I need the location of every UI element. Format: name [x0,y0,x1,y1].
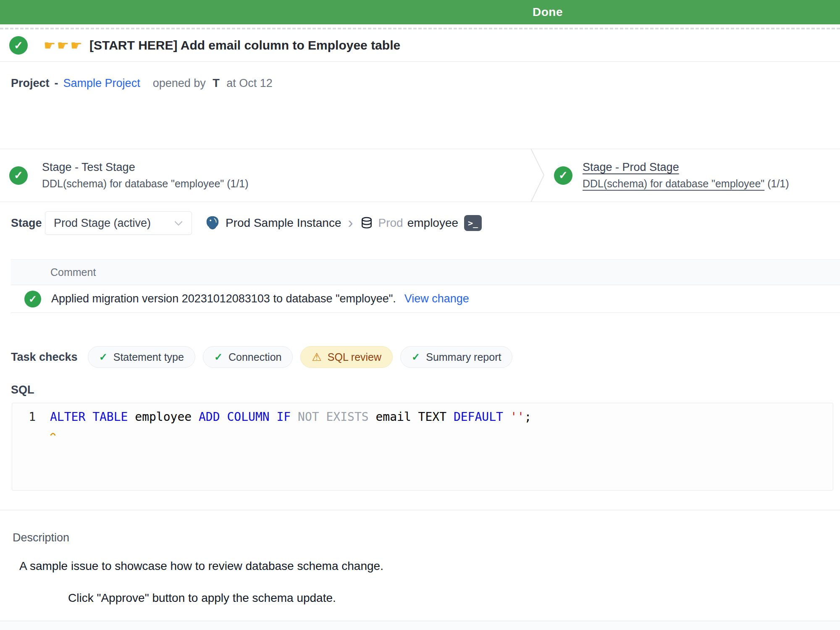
comment-row: ✓ Applied migration version 202310120831… [11,285,840,313]
stage-prod-success-check-icon: ✓ [554,166,572,185]
opened-by-text: opened by T at Oct 12 [153,77,273,90]
project-separator: - [55,77,58,90]
stage-select-value: Prod Stage (active) [54,217,151,230]
issue-creator: T [213,77,220,89]
sql-warning-squiggle-icon [50,425,833,439]
sql-editor-terminal-icon[interactable]: >_ [464,215,482,231]
comment-success-check-icon: ✓ [24,291,41,307]
breadcrumb-separator-icon: › [348,215,353,231]
issue-done-check-icon: ✓ [9,36,28,55]
description-label: Description [13,531,840,544]
stage-test-title: Stage - Test Stage [42,161,249,174]
environment-label: Prod [378,216,403,230]
opened-at-date: at Oct 12 [226,77,273,89]
description-divider [0,510,840,510]
sql-section-label: SQL [11,383,840,396]
check-pill-label: Summary report [426,351,501,363]
task-checks-label: Task checks [11,351,78,364]
status-banner: Done [0,0,840,24]
line-number: 1 [12,410,36,424]
stage-pipeline: ✓ Stage - Test Stage DDL(schema) for dat… [0,149,840,202]
stage-separator-chevron-icon [530,149,545,202]
check-pill-sql-review[interactable]: ⚠ SQL review [300,346,393,368]
check-success-icon: ✓ [99,351,108,363]
stage-prod-subtitle: DDL(schema) for database "employee" (1/1… [583,178,789,190]
task-checks-row: Task checks ✓ Statement type ✓ Connectio… [11,346,840,368]
stage-prod-task-link[interactable]: DDL(schema) for database "employee" [583,178,764,189]
sql-code-line: 1 ALTER TABLE employee ADD COLUMN IF NOT… [12,410,833,424]
database-name-link[interactable]: employee [407,216,458,230]
stage-test-success-check-icon: ✓ [9,166,28,185]
stage-prod-task-count: (1/1) [764,178,789,189]
check-pill-connection[interactable]: ✓ Connection [203,346,293,368]
stage-test-subtitle: DDL(schema) for database "employee" (1/1… [42,178,249,190]
issue-meta-row: Project - Sample Project opened by T at … [11,77,840,90]
check-success-icon: ✓ [214,351,223,363]
description-paragraph: A sample issue to showcase how to review… [19,559,840,573]
warning-triangle-icon: ⚠ [312,351,321,364]
view-change-link[interactable]: View change [404,292,469,305]
comment-column-header: Comment [50,266,96,278]
chevron-down-icon [174,220,183,226]
stage-selector-label: Stage [11,217,45,230]
instance-name-link[interactable]: Prod Sample Instance [226,216,341,230]
description-section[interactable]: Description A sample issue to showcase h… [13,531,840,605]
comment-table: Comment ✓ Applied migration version 2023… [11,259,840,313]
stage-cell-prod[interactable]: ✓ Stage - Prod Stage DDL(schema) for dat… [545,161,789,190]
status-badge: Done [533,5,563,19]
opened-by-prefix: opened by [153,77,206,89]
stage-prod-texts: Stage - Prod Stage DDL(schema) for datab… [583,161,789,190]
check-pill-summary-report[interactable]: ✓ Summary report [400,346,512,368]
comment-table-header: Comment [11,259,840,285]
issue-title-row: ✓ ☛☛☛ [START HERE] Add email column to E… [0,29,840,62]
page-title: [START HERE] Add email column to Employe… [89,38,400,52]
check-pill-statement-type[interactable]: ✓ Statement type [88,346,195,368]
stage-prod-title-link[interactable]: Stage - Prod Stage [583,161,789,174]
description-paragraph: Click "Approve" button to apply the sche… [68,591,840,605]
stage-test-texts: Stage - Test Stage DDL(schema) for datab… [42,161,249,190]
sql-code-editor[interactable]: 1 ALTER TABLE employee ADD COLUMN IF NOT… [12,403,833,491]
stage-cell-test[interactable]: ✓ Stage - Test Stage DDL(schema) for dat… [0,161,530,190]
database-icon [360,216,373,230]
check-success-icon: ✓ [412,351,420,363]
project-name-link[interactable]: Sample Project [63,77,140,90]
check-pill-label: SQL review [328,351,381,363]
database-breadcrumb: Prod Sample Instance › Prod employee >_ [205,215,482,231]
sql-statement: ALTER TABLE employee ADD COLUMN IF NOT E… [50,410,531,424]
issue-page: Done ✓ ☛☛☛ [START HERE] Add email column… [0,0,840,630]
comment-text: Applied migration version 20231012083103… [51,292,396,305]
bottom-section-edge [0,621,840,630]
postgresql-icon [205,215,220,231]
stage-selector-row: Stage Prod Stage (active) Prod Sample In… [11,211,840,235]
pointer-emojis: ☛☛☛ [44,37,84,53]
project-label: Project [11,77,50,90]
stage-select-dropdown[interactable]: Prod Stage (active) [45,211,192,235]
check-pill-label: Statement type [113,351,184,363]
check-pill-label: Connection [228,351,281,363]
